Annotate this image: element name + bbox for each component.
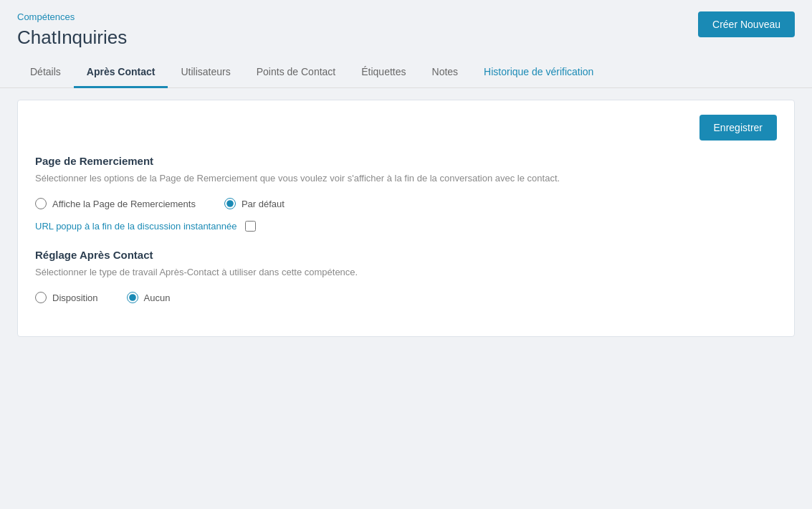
radio-affiche-label: Affiche la Page de Remerciements xyxy=(52,199,196,209)
radio-aucun-option[interactable]: Aucun xyxy=(127,292,171,303)
radio-par-defaut-input[interactable] xyxy=(224,198,236,209)
remerciement-options-row: Affiche la Page de Remerciements Par déf… xyxy=(35,198,777,209)
tab-etiquettes[interactable]: Étiquettes xyxy=(348,57,419,88)
radio-disposition-option[interactable]: Disposition xyxy=(35,292,98,303)
tab-notes[interactable]: Notes xyxy=(419,57,472,88)
card-toolbar: Enregistrer xyxy=(35,115,777,141)
tab-details[interactable]: Détails xyxy=(17,57,74,88)
radio-aucun-label: Aucun xyxy=(144,292,171,303)
apres-contact-options-row: Disposition Aucun xyxy=(35,292,777,303)
remerciement-desc: Sélectionner les options de la Page de R… xyxy=(35,173,777,184)
radio-disposition-input[interactable] xyxy=(35,292,47,303)
content-area: Enregistrer Page de Remerciement Sélecti… xyxy=(0,88,812,509)
breadcrumb[interactable]: Compétences xyxy=(17,11,795,22)
radio-disposition-label: Disposition xyxy=(52,292,98,303)
creer-nouveau-button[interactable]: Créer Nouveau xyxy=(698,11,795,37)
header-area: Compétences ChatInquiries Créer Nouveau xyxy=(0,0,812,49)
tab-historique[interactable]: Historique de vérification xyxy=(471,57,606,88)
checkbox-url-popup-option: URL popup à la fin de la discussion inst… xyxy=(35,221,777,232)
apres-contact-title: Réglage Après Contact xyxy=(35,249,777,261)
tab-points-de-contact[interactable]: Points de Contact xyxy=(244,57,349,88)
remerciement-title: Page de Remerciement xyxy=(35,155,777,167)
enregistrer-button[interactable]: Enregistrer xyxy=(699,115,777,141)
section-apres-contact: Réglage Après Contact Sélectionner le ty… xyxy=(35,249,777,303)
tabs-container: Détails Après Contact Utilisateurs Point… xyxy=(0,57,812,88)
tab-utilisateurs[interactable]: Utilisateurs xyxy=(168,57,243,88)
main-container: Compétences ChatInquiries Créer Nouveau … xyxy=(0,0,812,509)
radio-par-defaut-option[interactable]: Par défaut xyxy=(224,198,285,209)
radio-affiche-option[interactable]: Affiche la Page de Remerciements xyxy=(35,198,196,209)
radio-par-defaut-label: Par défaut xyxy=(242,199,285,209)
main-card: Enregistrer Page de Remerciement Sélecti… xyxy=(17,100,795,337)
checkbox-url-popup-label: URL popup à la fin de la discussion inst… xyxy=(35,221,237,232)
tab-apres-contact[interactable]: Après Contact xyxy=(74,57,168,88)
radio-aucun-input[interactable] xyxy=(127,292,138,303)
apres-contact-desc: Sélectionner le type de travail Après-Co… xyxy=(35,267,777,277)
section-remerciement: Page de Remerciement Sélectionner les op… xyxy=(35,155,777,232)
radio-affiche-input[interactable] xyxy=(35,198,47,209)
checkbox-url-popup-input[interactable] xyxy=(245,221,256,232)
page-title: ChatInquiries xyxy=(17,27,795,49)
